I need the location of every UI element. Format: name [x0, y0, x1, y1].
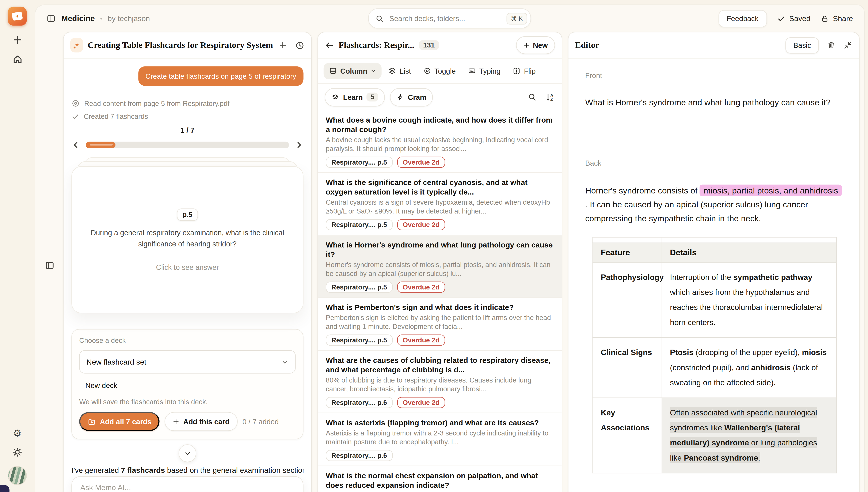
learn-stack-icon — [331, 93, 339, 101]
search-shortcut-badge: ⌘ K — [506, 13, 527, 24]
user-avatar[interactable] — [8, 466, 27, 485]
view-tabs: Column List — [318, 58, 562, 83]
flashcard-list-item-selected[interactable]: What is Horner's syndrome and what lung … — [318, 235, 562, 298]
search-icon — [376, 14, 384, 23]
add-this-card-button[interactable]: Add this card — [165, 412, 238, 431]
svg-text:Z: Z — [550, 97, 553, 101]
dot-separator — [100, 18, 102, 19]
new-card-button[interactable]: New — [516, 36, 555, 54]
flashcard-list-item[interactable]: What is asterixis (flapping tremor) and … — [318, 413, 562, 466]
main-shell: Medicine by techjason ⌘ K Feedback Saved — [34, 4, 865, 492]
source-tag[interactable]: Respiratory.... p.5 — [326, 219, 393, 230]
deck-title: Flashcards: Respir... — [339, 40, 414, 50]
highlighted-text: miosis, partial ptosis, and anhidrosis — [700, 184, 842, 196]
toggle-view-icon — [423, 67, 431, 75]
tab-typing[interactable]: Typing — [462, 63, 506, 79]
back-field[interactable]: Horner's syndrome consists of miosis, pa… — [585, 183, 842, 225]
settings-gear-icon[interactable]: ⚙ — [13, 429, 22, 438]
tab-column[interactable]: Column — [323, 63, 382, 79]
answer-table[interactable]: Feature Details Pathophysiology Interrup… — [593, 237, 837, 473]
theme-sun-icon[interactable] — [12, 447, 22, 457]
user-message-bubble: Create table flashcards on page 5 of res… — [138, 66, 304, 85]
lock-icon — [820, 14, 829, 23]
card-counter: 1 / 7 — [71, 126, 303, 134]
next-chevron-icon[interactable] — [294, 141, 303, 149]
check-icon — [777, 14, 785, 23]
new-chat-icon[interactable] — [279, 41, 287, 50]
search-input[interactable] — [388, 14, 502, 23]
add-all-cards-button[interactable]: Add all 7 cards — [79, 412, 160, 431]
page-badge: p.5 — [177, 208, 198, 220]
generated-summary: I've generated 7 flashcards based on the… — [71, 466, 303, 474]
list-view-icon — [388, 67, 396, 75]
deck-select-value: New flashcard set — [87, 358, 146, 366]
table-header-row: Feature Details — [593, 243, 837, 262]
flip-view-icon — [513, 67, 521, 75]
chat-title: Creating Table Flashcards for Respirator… — [88, 40, 274, 50]
learn-button[interactable]: Learn 5 — [325, 88, 385, 106]
tab-list[interactable]: List — [383, 63, 416, 79]
workspace-title[interactable]: Medicine — [62, 14, 95, 23]
trash-icon[interactable] — [827, 41, 836, 50]
source-tag[interactable]: Respiratory.... p.5 — [326, 157, 393, 168]
flashcards-panel: Flashcards: Respir... 131 New Co — [317, 32, 562, 492]
status-read: Read content from page 5 from Respirator… — [71, 99, 303, 107]
collapse-panel-icon[interactable] — [844, 41, 852, 50]
new-deck-option[interactable]: New deck — [79, 382, 295, 390]
flashcard-list-item[interactable]: What are the causes of clubbing related … — [318, 351, 562, 413]
share-button[interactable]: Share — [820, 14, 853, 23]
source-tag[interactable]: Respiratory.... p.5 — [326, 335, 393, 346]
ai-chat-panel: Creating Table Flashcards for Respirator… — [63, 32, 312, 492]
history-clock-icon[interactable] — [295, 41, 305, 50]
search-cards-icon[interactable] — [528, 93, 537, 101]
study-actions: Learn 5 Cram AZ — [318, 83, 562, 110]
editor-body: Front What is Horner's syndrome and what… — [569, 58, 859, 492]
tab-flip[interactable]: Flip — [507, 63, 541, 79]
status-created: Created 7 flashcards — [71, 113, 303, 121]
feedback-button[interactable]: Feedback — [718, 10, 767, 27]
progress-fill — [86, 142, 115, 148]
sidebar-toggle-icon[interactable] — [46, 14, 56, 23]
progress-track[interactable] — [86, 142, 289, 148]
editor-panel: Editor Basic Front What is Horner's synd… — [568, 32, 860, 492]
app-window: ✦ ⚙ Medicine by techjason — [0, 0, 868, 492]
source-tag[interactable]: Respiratory.... p.6 — [326, 397, 393, 408]
flashcard-list-item[interactable]: What is Pemberton's sign and what does i… — [318, 298, 562, 351]
prev-chevron-icon[interactable] — [71, 141, 80, 149]
added-count: 0 / 7 added — [242, 417, 279, 426]
flashcard-stack: p.5 During a general respiratory examina… — [71, 159, 303, 317]
flashcard-question: During a general respiratory examination… — [89, 227, 286, 250]
chevron-down-icon — [281, 358, 288, 365]
back-arrow-icon[interactable] — [325, 41, 334, 50]
search-bar[interactable]: ⌘ K — [368, 8, 531, 28]
flashcard-list-item[interactable]: What is the significance of central cyan… — [318, 173, 562, 235]
chat-input[interactable] — [79, 483, 295, 492]
table-header-details: Details — [662, 243, 837, 262]
front-field[interactable]: What is Horner's syndrome and what lung … — [585, 96, 842, 109]
cram-button[interactable]: Cram — [390, 88, 433, 106]
app-logo-icon[interactable]: ✦ — [8, 7, 27, 26]
panel-collapse-icon[interactable] — [45, 39, 55, 492]
table-row: Key Associations Often associated with s… — [593, 398, 837, 473]
chat-composer[interactable]: Memo-1 — [71, 476, 303, 492]
overdue-badge: Overdue 2d — [397, 282, 445, 293]
flashcard-hint[interactable]: Click to see answer — [156, 263, 219, 271]
source-tag[interactable]: Respiratory.... p.5 — [326, 282, 393, 293]
flashcard-preview[interactable]: p.5 During a general respiratory examina… — [71, 166, 303, 314]
sort-az-icon[interactable]: AZ — [546, 92, 555, 102]
scan-eye-icon — [71, 99, 80, 107]
editor-title: Editor — [575, 40, 599, 50]
home-icon[interactable] — [12, 54, 23, 65]
source-tag[interactable]: Respiratory.... p.6 — [326, 450, 393, 461]
new-item-icon[interactable] — [12, 34, 23, 45]
table-row: Pathophysiology Interruption of the symp… — [593, 262, 837, 338]
tab-toggle[interactable]: Toggle — [417, 63, 461, 79]
card-type-button[interactable]: Basic — [786, 37, 819, 53]
deck-select[interactable]: New flashcard set — [79, 350, 295, 374]
back-label: Back — [585, 159, 842, 167]
workspace-byline: by techjason — [108, 14, 150, 23]
scroll-down-button[interactable] — [178, 444, 196, 462]
flashcard-list-item[interactable]: What does a bovine cough indicate, and h… — [318, 110, 562, 173]
flashcard-list-item[interactable]: What is the normal chest expansion on pa… — [318, 466, 562, 492]
content-area: Creating Table Flashcards for Respirator… — [35, 32, 864, 492]
